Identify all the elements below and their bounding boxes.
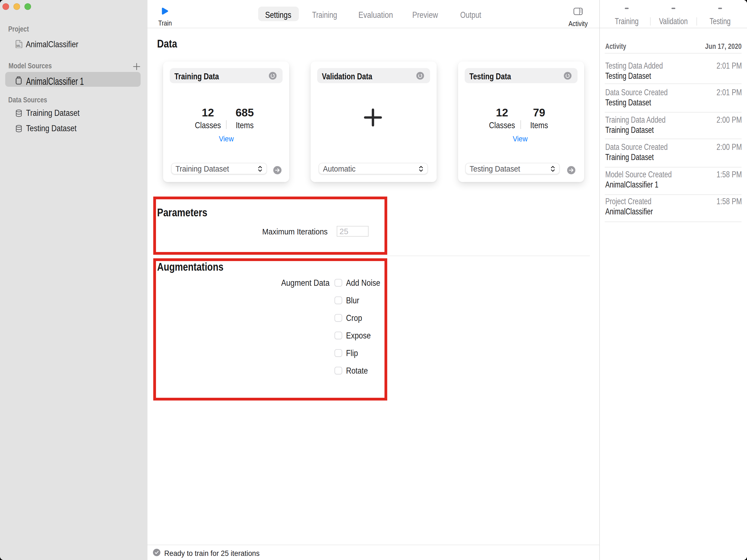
svg-text:ML: ML [17, 44, 21, 48]
